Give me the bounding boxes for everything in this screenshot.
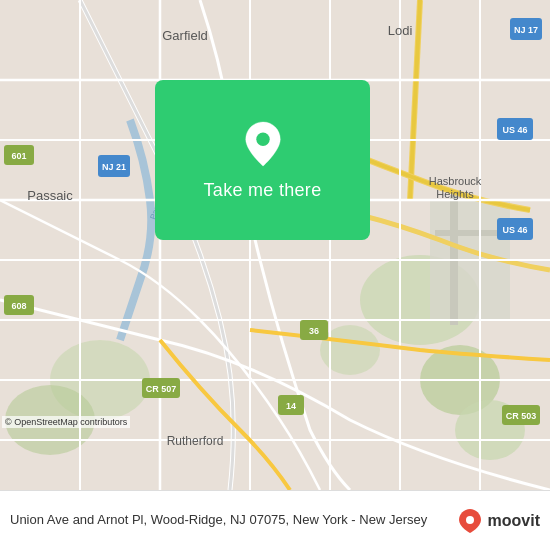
take-me-there-button[interactable]: Take me there bbox=[155, 80, 370, 240]
svg-text:US 46: US 46 bbox=[502, 225, 527, 235]
svg-text:14: 14 bbox=[286, 401, 296, 411]
svg-text:Lodi: Lodi bbox=[388, 23, 413, 38]
svg-text:NJ 21: NJ 21 bbox=[102, 162, 126, 172]
svg-text:36: 36 bbox=[309, 326, 319, 336]
svg-point-50 bbox=[256, 132, 269, 145]
address-text: Union Ave and Arnot Pl, Wood-Ridge, NJ 0… bbox=[10, 511, 456, 529]
osm-attribution: © OpenStreetMap contributors bbox=[2, 416, 130, 428]
svg-text:Heights: Heights bbox=[436, 188, 474, 200]
map-container: Passaic River bbox=[0, 0, 550, 490]
svg-text:CR 507: CR 507 bbox=[146, 384, 177, 394]
svg-text:CR 503: CR 503 bbox=[506, 411, 537, 421]
svg-text:Garfield: Garfield bbox=[162, 28, 208, 43]
svg-text:601: 601 bbox=[11, 151, 26, 161]
location-pin-icon bbox=[243, 120, 283, 168]
svg-text:NJ 17: NJ 17 bbox=[514, 25, 538, 35]
bottom-bar: Union Ave and Arnot Pl, Wood-Ridge, NJ 0… bbox=[0, 490, 550, 550]
moovit-icon bbox=[456, 507, 484, 535]
svg-point-51 bbox=[466, 516, 474, 524]
moovit-logo: moovit bbox=[456, 507, 540, 535]
svg-text:Rutherford: Rutherford bbox=[167, 434, 224, 448]
svg-text:Hasbrouck: Hasbrouck bbox=[429, 175, 482, 187]
take-me-there-label: Take me there bbox=[204, 180, 322, 201]
moovit-brand-text: moovit bbox=[488, 512, 540, 530]
svg-text:US 46: US 46 bbox=[502, 125, 527, 135]
svg-text:608: 608 bbox=[11, 301, 26, 311]
svg-text:Passaic: Passaic bbox=[27, 188, 73, 203]
